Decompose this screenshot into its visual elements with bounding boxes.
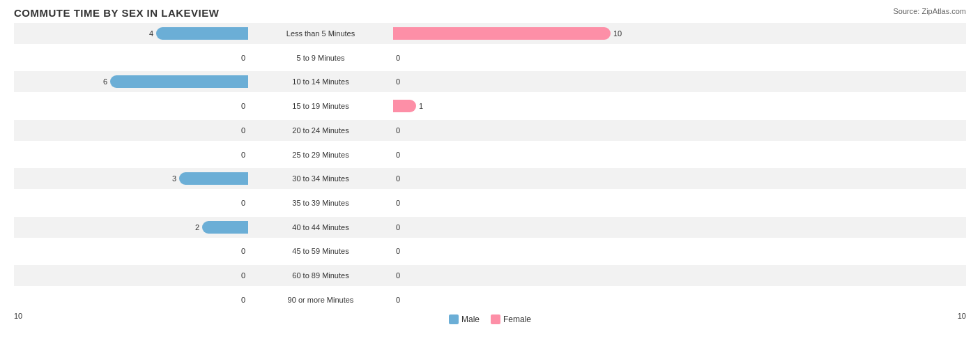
right-section: 10 [390, 23, 627, 44]
bar-male [202, 221, 248, 234]
male-value: 0 [231, 126, 245, 135]
left-section: 0 [14, 120, 251, 141]
bar-row: 4 Less than 5 Minutes 10 [14, 23, 966, 44]
bar-row: 2 40 to 44 Minutes 0 [14, 217, 966, 238]
right-section: 0 [390, 120, 627, 141]
legend-female-label: Female [503, 314, 531, 324]
axis-right-label: 10 [958, 312, 966, 324]
female-value: 0 [396, 199, 410, 207]
bar-female [393, 100, 416, 112]
female-value: 0 [396, 296, 410, 304]
right-section: 0 [390, 241, 627, 261]
row-label: 30 to 34 Minutes [251, 174, 390, 183]
axis-left-label: 10 [14, 312, 22, 324]
male-value: 0 [231, 54, 245, 62]
legend-male-box [449, 314, 459, 324]
male-value: 6 [93, 77, 107, 86]
right-section: 0 [390, 192, 627, 213]
row-label: 15 to 19 Minutes [251, 102, 390, 110]
male-value: 2 [185, 223, 199, 232]
bar-male [156, 27, 248, 40]
bar-row: 0 15 to 19 Minutes 1 [14, 96, 966, 116]
female-value: 0 [396, 54, 410, 62]
bar-female [393, 27, 611, 40]
bar-male [179, 172, 248, 185]
female-value: 0 [396, 271, 410, 280]
bottom-axis: 10 Male Female 10 [14, 312, 966, 324]
left-section: 0 [14, 96, 251, 116]
bar-row: 0 25 to 29 Minutes 0 [14, 144, 966, 165]
male-value: 0 [231, 296, 245, 304]
male-value: 0 [231, 102, 245, 110]
row-label: 45 to 59 Minutes [251, 247, 390, 255]
row-label: 35 to 39 Minutes [251, 199, 390, 207]
female-value: 0 [396, 126, 410, 135]
chart-area: 4 Less than 5 Minutes 10 0 5 to 9 Minute… [14, 23, 966, 310]
left-section: 2 [14, 217, 251, 238]
source-text: Source: ZipAtlas.com [893, 7, 966, 15]
female-value: 10 [613, 29, 627, 38]
bar-male [110, 75, 248, 88]
row-label: 10 to 14 Minutes [251, 77, 390, 86]
left-section: 0 [14, 144, 251, 165]
left-section: 0 [14, 192, 251, 213]
right-section: 0 [390, 144, 627, 165]
bar-row: 0 5 to 9 Minutes 0 [14, 47, 966, 68]
female-value: 1 [419, 102, 433, 110]
male-value: 3 [162, 174, 176, 183]
left-section: 0 [14, 289, 251, 310]
bar-row: 0 20 to 24 Minutes 0 [14, 120, 966, 141]
legend-male-label: Male [461, 314, 480, 324]
male-value: 4 [139, 29, 153, 38]
bar-row: 0 90 or more Minutes 0 [14, 289, 966, 310]
left-section: 0 [14, 265, 251, 286]
row-label: 5 to 9 Minutes [251, 54, 390, 62]
bar-row: 0 35 to 39 Minutes 0 [14, 192, 966, 213]
row-label: 40 to 44 Minutes [251, 223, 390, 232]
legend: Male Female [449, 314, 531, 324]
female-value: 0 [396, 247, 410, 255]
male-value: 0 [231, 151, 245, 159]
left-section: 0 [14, 241, 251, 261]
bar-row: 3 30 to 34 Minutes 0 [14, 168, 966, 189]
row-label: 60 to 89 Minutes [251, 271, 390, 280]
right-section: 0 [390, 71, 627, 92]
bar-row: 0 45 to 59 Minutes 0 [14, 241, 966, 261]
legend-female: Female [491, 314, 531, 324]
left-section: 3 [14, 168, 251, 189]
right-section: 0 [390, 168, 627, 189]
row-label: 20 to 24 Minutes [251, 126, 390, 135]
legend-female-box [491, 314, 500, 324]
left-section: 6 [14, 71, 251, 92]
bar-row: 6 10 to 14 Minutes 0 [14, 71, 966, 92]
row-label: 25 to 29 Minutes [251, 151, 390, 159]
right-section: 1 [390, 96, 627, 116]
female-value: 0 [396, 151, 410, 159]
male-value: 0 [231, 199, 245, 207]
bar-row: 0 60 to 89 Minutes 0 [14, 265, 966, 286]
female-value: 0 [396, 223, 410, 232]
male-value: 0 [231, 247, 245, 255]
right-section: 0 [390, 265, 627, 286]
female-value: 0 [396, 174, 410, 183]
row-label: Less than 5 Minutes [251, 29, 390, 38]
legend-male: Male [449, 314, 480, 324]
left-section: 0 [14, 47, 251, 68]
right-section: 0 [390, 217, 627, 238]
chart-title: COMMUTE TIME BY SEX IN LAKEVIEW [14, 7, 966, 19]
right-section: 0 [390, 289, 627, 310]
right-section: 0 [390, 47, 627, 68]
female-value: 0 [396, 77, 410, 86]
male-value: 0 [231, 271, 245, 280]
left-section: 4 [14, 23, 251, 44]
row-label: 90 or more Minutes [251, 296, 390, 304]
chart-container: COMMUTE TIME BY SEX IN LAKEVIEW Source: … [0, 0, 980, 364]
